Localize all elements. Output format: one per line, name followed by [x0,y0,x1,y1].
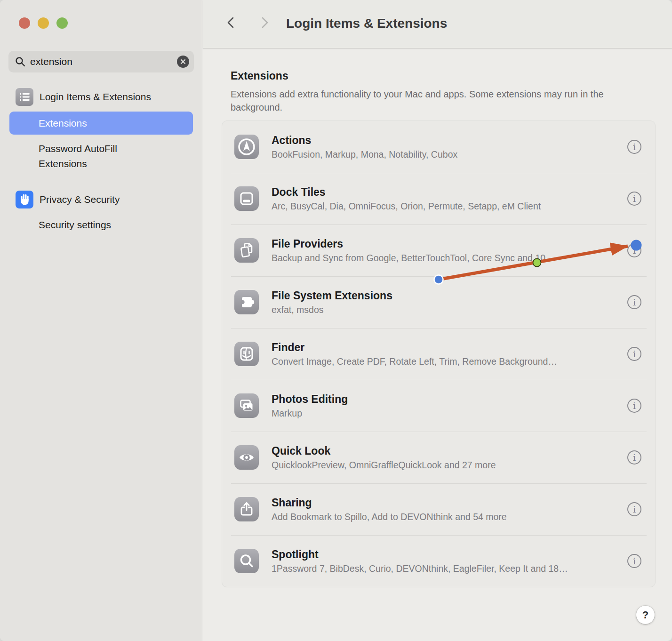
magnifier-icon [234,549,259,573]
eye-icon [234,445,259,470]
share-icon [234,497,259,521]
list-bullet-icon [16,88,33,106]
zoom-window-button[interactable] [56,17,68,29]
hand-icon [16,191,33,208]
info-icon[interactable]: i [627,502,641,516]
sidebar-item-extensions[interactable]: Extensions [9,112,193,135]
info-icon[interactable]: i [627,192,641,206]
clear-search-icon[interactable] [177,56,189,68]
system-settings-window: Login Items & Extensions Extensions Pass… [0,0,672,641]
row-title: Actions [272,134,457,147]
row-title: File System Extensions [272,289,392,302]
extension-row-file-providers[interactable]: File Providers Backup and Sync from Goog… [222,224,655,276]
extension-row-spotlight[interactable]: Spotlight 1Password 7, BibDesk, Curio, D… [222,535,655,587]
minimize-window-button[interactable] [38,17,49,29]
search-field[interactable] [8,51,194,72]
row-title: Dock Tiles [272,186,541,199]
row-subtitle: Arc, BusyCal, Dia, OmniFocus, Orion, Per… [272,201,541,212]
info-icon[interactable]: i [627,295,641,309]
row-title: Finder [272,341,557,354]
info-icon[interactable]: i [627,450,641,465]
photos-icon [234,393,259,418]
extension-row-photos-editing[interactable]: Photos Editing Markup i [222,380,655,432]
row-subtitle: exfat, msdos [272,304,392,315]
row-subtitle: Add Bookmark to Spillo, Add to DEVONthin… [272,512,507,522]
extensions-list: Actions BookFusion, Markup, Mona, Notabi… [222,120,656,587]
row-title: Spotlight [272,548,568,561]
row-title: Quick Look [272,445,496,457]
page-title: Login Items & Extensions [286,16,447,31]
extension-row-finder[interactable]: Finder Convert Image, Create PDF, Rotate… [222,328,655,380]
info-icon[interactable]: i [627,140,641,154]
row-subtitle: 1Password 7, BibDesk, Curio, DEVONthink,… [272,563,568,574]
extension-row-actions[interactable]: Actions BookFusion, Markup, Mona, Notabi… [222,121,655,173]
actions-icon [234,135,259,159]
help-button[interactable]: ? [636,606,655,624]
info-icon[interactable]: i [627,554,641,568]
forward-button[interactable] [257,16,272,30]
sidebar-item-security-settings[interactable]: Security settings [39,219,111,231]
sidebar-item-password-autofill-extensions[interactable]: Password AutoFill Extensions [39,141,156,171]
section-title: Extensions [231,70,288,82]
info-icon[interactable]: i [627,399,641,413]
row-subtitle: Backup and Sync from Google, BetterTouch… [272,253,555,264]
row-subtitle: Convert Image, Create PDF, Rotate Left, … [272,356,557,367]
close-window-button[interactable] [19,17,30,29]
row-subtitle: BookFusion, Markup, Mona, Notability, Cu… [272,149,457,160]
extension-row-file-system-extensions[interactable]: File System Extensions exfat, msdos i [222,276,655,328]
row-title: File Providers [272,238,555,250]
sidebar: Login Items & Extensions Extensions Pass… [0,0,202,641]
row-title: Photos Editing [272,393,348,406]
back-button[interactable] [224,16,238,30]
info-icon[interactable]: i [627,347,641,361]
window-controls [19,17,68,29]
sidebar-item-privacy-security[interactable]: Privacy & Security [40,194,120,205]
extension-row-quick-look[interactable]: Quick Look QuicklookPreview, OmniGraffle… [222,432,655,483]
puzzle-icon [234,290,259,314]
row-subtitle: Markup [272,408,348,419]
dock-tiles-icon [234,186,259,211]
documents-icon [234,238,259,263]
info-icon[interactable]: i [627,243,641,257]
row-title: Sharing [272,497,507,509]
extensions-pane: Extensions Extensions add extra function… [203,49,672,641]
finder-face-icon [234,342,259,366]
toolbar: Login Items & Extensions [203,0,672,48]
search-icon [15,56,26,67]
row-subtitle: QuicklookPreview, OmniGraffleQuickLook a… [272,460,496,471]
extension-row-sharing[interactable]: Sharing Add Bookmark to Spillo, Add to D… [222,483,655,535]
sidebar-item-login-items-extensions[interactable]: Login Items & Extensions [40,91,151,103]
extension-row-dock-tiles[interactable]: Dock Tiles Arc, BusyCal, Dia, OmniFocus,… [222,173,655,224]
section-description: Extensions add extra functionality to yo… [231,88,647,114]
search-input[interactable] [30,56,177,67]
